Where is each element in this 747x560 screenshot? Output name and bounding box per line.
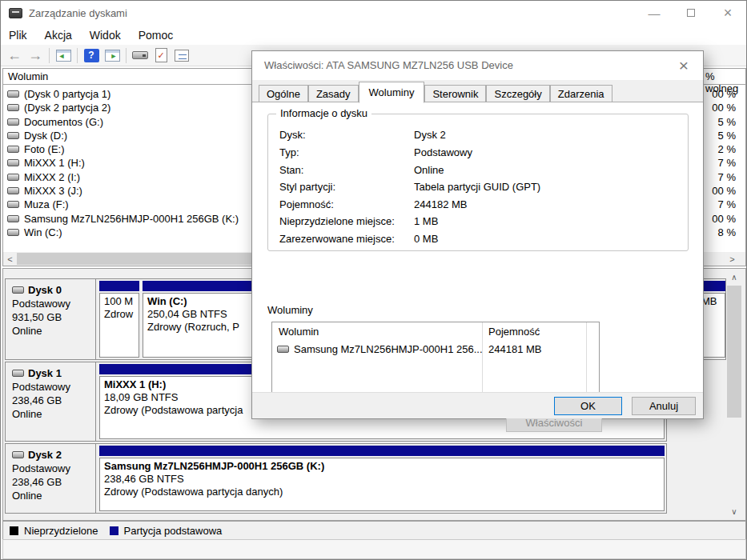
ok-button[interactable]: OK <box>554 397 622 415</box>
show-console-tree-button[interactable]: ◄ <box>53 46 74 65</box>
dialog-titlebar: Właściwości: ATA SAMSUNG MZ7LN256 USB De… <box>252 51 703 80</box>
legend-unallocated: Nieprzydzielone <box>10 525 98 537</box>
disk1-label[interactable]: Dysk 1 Podstawowy 238,46 GB Online <box>6 362 96 441</box>
partition-color-stripe <box>99 281 139 291</box>
tab-sterownik[interactable]: Sterownik <box>424 85 486 103</box>
action-pane-icon: ► <box>105 50 120 62</box>
disk-row-2: Dysk 2 Podstawowy 238,46 GB Online Samsu… <box>5 443 667 514</box>
partition-size: 100 M <box>104 295 135 308</box>
scroll-up-button[interactable]: ∧ <box>726 270 742 284</box>
help-icon: ? <box>84 49 99 62</box>
field-value: Podstawowy <box>414 146 472 158</box>
legend-primary-partition: Partycja podstawowa <box>110 525 223 537</box>
column-header-wolumin[interactable]: Wolumin <box>8 70 48 82</box>
disk-status: Online <box>12 324 90 338</box>
field-label: Zarezerwowane miejsce: <box>279 233 395 245</box>
minimize-icon: — <box>649 6 661 20</box>
device-tool-button[interactable] <box>130 46 151 65</box>
field-value: Online <box>414 164 444 176</box>
console-tree-icon: ◄ <box>56 50 71 62</box>
legend-label: Nieprzydzielone <box>24 525 98 537</box>
minimize-button[interactable]: — <box>636 1 673 25</box>
menu-pomoc[interactable]: Pomoc <box>139 26 185 44</box>
disk-size: 931,50 GB <box>12 310 90 324</box>
cancel-button[interactable]: Anuluj <box>632 397 696 415</box>
menu-bar: Plik Akcja Widok Pomoc <box>1 25 746 45</box>
help-button[interactable]: ? <box>81 46 102 65</box>
volume-icon <box>7 146 19 153</box>
volume-icon <box>7 90 19 98</box>
volume-name: MiXXX 2 (I:) <box>24 171 80 183</box>
volume-name: Win (C:) <box>24 226 62 238</box>
partition-samsung-k[interactable]: Samsung Mz7LN256HMJP-000H1 256GB (K:) 23… <box>99 446 665 511</box>
disk-icon <box>12 370 24 377</box>
menu-akcja[interactable]: Akcja <box>45 26 83 44</box>
tab-zdarzenia[interactable]: Zdarzenia <box>550 85 612 103</box>
field-value: Tabela partycji GUID (GPT) <box>414 181 540 193</box>
disk-size: 238,46 GB <box>12 475 90 489</box>
dialog-volume-row[interactable]: Samsung Mz7LN256HMJP-000H1 256... 244181… <box>272 342 599 356</box>
disk-status: Online <box>12 489 90 502</box>
volume-name: MiXXX 3 (J:) <box>24 185 82 197</box>
scroll-down-button[interactable]: ∨ <box>726 505 742 518</box>
partition-status: Zdrowy (Podstawowa partycja danych) <box>104 486 660 498</box>
vertical-scrollbar[interactable]: ∧ ∨ <box>726 270 742 518</box>
field-label: Pojemność: <box>279 198 334 210</box>
disk-icon <box>12 451 24 458</box>
menu-plik[interactable]: Plik <box>9 26 38 44</box>
back-button[interactable]: ← <box>4 46 25 65</box>
tab-szczegoly[interactable]: Szczegóły <box>486 85 549 103</box>
volume-name: Samsung Mz7LN256HMJP-000H1 256... <box>294 343 483 355</box>
volume-name: MiXXX 1 (H:) <box>24 157 85 169</box>
dialog-volumes-header: Wolumin Pojemność <box>272 322 599 340</box>
field-value: Dysk 2 <box>414 129 446 141</box>
volume-icon <box>7 104 19 111</box>
tab-ogolne[interactable]: Ogólne <box>259 85 308 103</box>
volumes-section-label: Woluminy <box>267 304 313 316</box>
volume-icon <box>7 159 19 166</box>
close-icon: × <box>724 5 733 22</box>
volume-name: (Dysk 0 partycja 1) <box>24 88 110 100</box>
field-label: Stan: <box>279 164 303 176</box>
checklist-icon <box>175 50 189 62</box>
scrollbar-thumb[interactable] <box>727 286 741 418</box>
volume-name: Foto (E:) <box>24 143 65 155</box>
properties-list-button[interactable] <box>171 46 192 65</box>
volume-icon <box>7 215 19 222</box>
forward-button[interactable]: → <box>25 46 46 65</box>
tab-woluminy[interactable]: Woluminy <box>359 82 425 103</box>
volume-name: Documentos (G:) <box>24 116 103 128</box>
close-button[interactable]: × <box>709 1 746 25</box>
toolbar-separator <box>126 48 127 63</box>
menu-widok[interactable]: Widok <box>90 26 132 44</box>
disk-name: Dysk 1 <box>28 366 62 380</box>
app-icon <box>9 8 22 18</box>
disk-type: Podstawowy <box>12 297 90 310</box>
disk-device-icon <box>132 51 148 59</box>
volume-icon <box>7 201 19 208</box>
groupbox-title: Informacje o dysku <box>276 107 371 119</box>
check-document-icon: ✓ <box>155 48 167 62</box>
scroll-left-button[interactable]: < <box>3 252 17 266</box>
partition-size: 238,46 GB NTFS <box>104 473 660 486</box>
disk2-label[interactable]: Dysk 2 Podstawowy 238,46 GB Online <box>6 444 96 513</box>
forward-arrow-icon: → <box>28 48 42 62</box>
column-wolumin[interactable]: Wolumin <box>279 326 319 338</box>
volume-name: (Dysk 2 partycja 2) <box>24 102 110 114</box>
field-value: 244182 MB <box>414 198 468 210</box>
scroll-right-button[interactable]: > <box>725 252 739 266</box>
tab-zasady[interactable]: Zasady <box>308 85 359 103</box>
primary-partition-swatch <box>110 526 118 535</box>
window-title: Zarządzanie dyskami <box>29 7 127 19</box>
back-arrow-icon: ← <box>7 48 22 62</box>
column-pojemnosc[interactable]: Pojemność <box>488 326 540 338</box>
maximize-button[interactable] <box>673 1 709 25</box>
check-disk-button[interactable]: ✓ <box>151 46 171 65</box>
volume-name: Muza (F:) <box>24 198 69 210</box>
show-action-pane-button[interactable]: ► <box>102 46 122 65</box>
partition-efi[interactable]: 100 M Zdrow <box>99 281 139 358</box>
dialog-volumes-list: Wolumin Pojemność Samsung Mz7LN256HMJP-0… <box>271 322 600 401</box>
dialog-close-button[interactable]: × <box>676 55 692 75</box>
disk0-label[interactable]: Dysk 0 Podstawowy 931,50 GB Online <box>6 279 96 359</box>
dialog-title: Właściwości: ATA SAMSUNG MZ7LN256 USB De… <box>264 59 513 71</box>
